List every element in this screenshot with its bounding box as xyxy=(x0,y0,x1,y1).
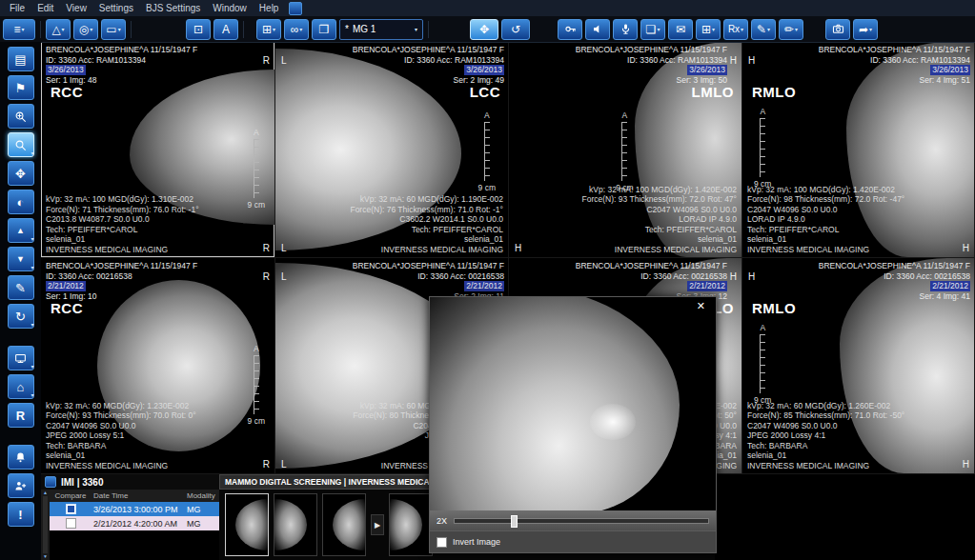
compare-checkbox[interactable] xyxy=(66,504,76,514)
viewport-rmlo-prior[interactable]: BRENCOLA*JOSEPHINE^A 11/15/1947 F ID: 33… xyxy=(742,258,975,474)
zoom-slider[interactable] xyxy=(454,518,709,524)
annotations-button[interactable]: A xyxy=(213,19,238,40)
dropdown-arrow-icon: ▾ xyxy=(657,27,660,32)
speaker-icon xyxy=(592,23,604,35)
probe-icon: ◎ xyxy=(79,24,89,35)
hanging-protocol-combo[interactable]: * MG 1 ▾ xyxy=(339,19,423,40)
next-series-button[interactable]: ▶ xyxy=(371,514,384,535)
compare-checkbox[interactable] xyxy=(66,518,76,529)
patient-overlay: BRENCOLA*JOSEPHINE^A 11/15/1947 F ID: 33… xyxy=(353,261,504,301)
mail-button[interactable]: ✉ xyxy=(668,19,693,40)
dropdown-arrow-icon: ▾ xyxy=(741,27,743,32)
laterality-marker: R xyxy=(263,459,270,470)
home-icon: ⌂ xyxy=(17,381,25,393)
menu-help[interactable]: Help xyxy=(254,2,285,14)
alerts-button[interactable]: ! xyxy=(8,502,34,527)
dropdown-arrow-icon: ▾ xyxy=(273,27,275,32)
viewport-rcc-current[interactable]: BRENCOLA*JOSEPHINE^A 11/15/1947 F ID: 33… xyxy=(41,42,275,258)
series-thumbnail[interactable] xyxy=(225,493,269,556)
viewport-lmlo-current[interactable]: BRENCOLA*JOSEPHINE^A 11/15/1947 F ID: 33… xyxy=(509,42,742,258)
zoom-in-tool-button[interactable] xyxy=(8,104,34,129)
menu-bjs-settings[interactable]: BJS Settings xyxy=(140,2,206,14)
study-date: 2/21/2012 xyxy=(930,281,970,291)
marker-pencil-icon: ✏ xyxy=(784,24,794,35)
dropdown-arrow-icon: ▾ xyxy=(30,321,33,328)
ruler-label: 9 cm xyxy=(478,183,496,192)
flag-tool-button[interactable]: ⚑ xyxy=(8,75,34,100)
copy-tool-button[interactable]: ▤ xyxy=(8,47,34,71)
magnify-tool-button[interactable]: ▾ xyxy=(8,132,34,157)
study-scrollbar[interactable]: ▲ ▼ xyxy=(41,490,50,560)
shape-tool-button[interactable]: ▭ ▾ xyxy=(101,19,126,40)
annotations-label: A xyxy=(222,24,230,35)
viewport-rmlo-current[interactable]: BRENCOLA*JOSEPHINE^A 11/15/1947 F ID: 33… xyxy=(742,42,975,258)
annotate-tool-button[interactable]: ✎ xyxy=(8,275,34,300)
thumbnail-image xyxy=(333,499,365,550)
ruler-bar xyxy=(760,118,765,177)
scrollbar-track[interactable] xyxy=(43,496,48,553)
export-button[interactable]: ➦ ▾ xyxy=(853,19,878,40)
link-icon: ∞ xyxy=(291,24,299,35)
tissue-highlight xyxy=(590,404,636,440)
layout-menu-button[interactable]: ≡ ▾ xyxy=(3,19,35,40)
notifications-button[interactable] xyxy=(8,445,34,470)
invert-checkbox[interactable] xyxy=(437,537,447,548)
viewport-rcc-prior[interactable]: BRENCOLA*JOSEPHINE^A 11/15/1947 F ID: 33… xyxy=(41,258,275,474)
angle-tool-button[interactable]: △ ▾ xyxy=(46,19,71,40)
fit-to-window-button[interactable]: ✥ xyxy=(470,19,498,40)
menu-file[interactable]: File xyxy=(4,2,30,14)
report-r-button[interactable]: R xyxy=(8,403,34,428)
patient-overlay: BRENCOLA*JOSEPHINE^A 11/15/1947 F ID: 33… xyxy=(46,261,197,301)
snapshot-button[interactable] xyxy=(825,19,850,40)
layout-grid-button[interactable]: ⊞ ▾ xyxy=(256,19,281,40)
view-label: RCC xyxy=(51,300,83,316)
close-icon[interactable]: ✕ xyxy=(691,300,711,312)
dropdown-arrow-icon: ▾ xyxy=(30,363,33,370)
patient-overlay: BRENCOLA*JOSEPHINE^A 11/15/1947 F ID: 33… xyxy=(576,45,738,85)
prescription-button[interactable]: Rx ▾ xyxy=(723,19,748,40)
menu-window[interactable]: Window xyxy=(207,2,253,14)
study-row-prior[interactable]: 2/21/2012 4:20:00 AM MG xyxy=(50,516,219,530)
orientation-marker: A xyxy=(248,128,265,137)
ruler-bar xyxy=(254,355,259,414)
viewport-lcc-current[interactable]: BRENCOLA*JOSEPHINE^A 11/15/1947 F ID: 33… xyxy=(275,42,509,258)
menu-settings[interactable]: Settings xyxy=(93,2,139,14)
zoom-slider-thumb[interactable] xyxy=(511,515,518,528)
study-row-current[interactable]: 3/26/2013 3:00:00 PM MG xyxy=(50,502,219,516)
laterality-marker: R xyxy=(263,243,270,253)
menu-view[interactable]: View xyxy=(60,2,92,14)
menu-edit[interactable]: Edit xyxy=(31,2,59,14)
worklist-grid-button[interactable]: ⊞ ▾ xyxy=(696,19,721,40)
view-label: RMLO xyxy=(752,84,796,100)
patient-name: BRENCOLA*JOSEPHINE^A 11/15/1947 F xyxy=(819,45,970,55)
mammography-workstation: File Edit View Settings BJS Settings Win… xyxy=(0,0,975,560)
send-to-monitor-button[interactable]: ⊡ xyxy=(186,19,211,40)
home-button[interactable]: ⌂ ▾ xyxy=(8,374,34,399)
audio-button[interactable] xyxy=(585,19,610,40)
key-image-button[interactable] xyxy=(558,19,582,40)
series-thumbnail[interactable] xyxy=(274,493,317,556)
scroll-down-icon[interactable]: ▼ xyxy=(43,554,48,559)
dropdown-arrow-icon: ▾ xyxy=(22,27,25,32)
magnifier-window[interactable]: ✕ 2X Invert Image xyxy=(429,296,717,553)
probe-tool-button[interactable]: ◎ ▾ xyxy=(73,19,98,40)
rotate-button[interactable]: ↺ xyxy=(501,19,530,40)
series-thumbnail[interactable] xyxy=(322,493,366,556)
reset-view-button[interactable]: ↻ ▾ xyxy=(8,304,34,329)
pencil-icon: ✎ xyxy=(15,282,26,294)
series-thumbnail[interactable] xyxy=(389,493,433,556)
report-button[interactable]: ❏ ▾ xyxy=(640,19,665,40)
next-image-button[interactable]: ▼ ▾ xyxy=(8,247,34,271)
marker-button[interactable]: ✏ ▾ xyxy=(779,19,803,40)
window-level-tool-button[interactable]: ◐ xyxy=(8,190,34,214)
monitor-layout-button[interactable]: ▾ xyxy=(8,346,34,370)
patient-name: BRENCOLA*JOSEPHINE^A 11/15/1947 F xyxy=(576,45,727,55)
scroll-up-icon[interactable]: ▲ xyxy=(43,490,48,495)
previous-image-button[interactable]: ▲ ▾ xyxy=(8,218,34,243)
pan-tool-button[interactable]: ✥ xyxy=(8,161,34,186)
add-user-button[interactable] xyxy=(8,473,34,498)
link-series-button[interactable]: ∞ ▾ xyxy=(284,19,309,40)
dictation-button[interactable] xyxy=(613,19,638,40)
draw-button[interactable]: ✎ ▾ xyxy=(751,19,776,40)
compare-pages-button[interactable]: ❐ xyxy=(312,19,336,40)
